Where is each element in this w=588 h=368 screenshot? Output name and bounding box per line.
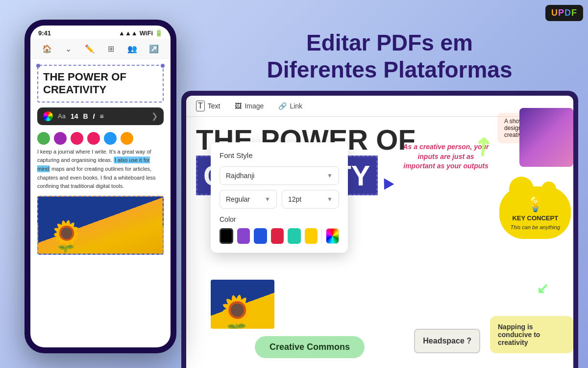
swatch-teal[interactable] [288,228,301,244]
toolbar-link-item[interactable]: 🔗 Link [278,102,302,110]
phone-content: THE POWER OF CREATIVITY Aa 14 B I ≡ ❯ [30,59,171,261]
color-green[interactable] [37,132,50,145]
font-name-select[interactable]: Rajdhanji ▼ [220,166,339,185]
swatch-black[interactable] [220,228,233,244]
bold-button[interactable]: B [83,112,88,120]
italic-button[interactable]: I [93,112,95,120]
link-label: Link [290,102,302,110]
phone-status-bar: 9:41 ▲▲▲ WiFi 🔋 [30,26,171,39]
chevron-down-icon3: ▼ [327,196,333,203]
font-label: Aa [58,112,66,120]
image-icon: 🖼 [235,102,242,110]
color-pink[interactable] [71,132,83,145]
font-size-value: 12pt [288,195,301,203]
font-size-label: 14 [71,112,78,120]
headspace-text: Headspace ? [423,337,471,345]
phone-title: THE POWER OF CREATIVITY [43,71,158,97]
phone-body-text: I keep a journal where I write. It's a g… [37,148,164,191]
header-section: Editar PDFs em Diferentes Plataformas [211,29,568,83]
color-section-label: Color [220,215,339,223]
edit-icon[interactable]: ✏️ [83,42,97,55]
swatch-purple[interactable] [237,228,250,244]
font-size-select[interactable]: 12pt ▼ [282,190,339,209]
layout-icon[interactable]: ⊞ [104,42,118,55]
highlight-text: I also use it for mind [37,157,150,172]
color-orange[interactable] [121,132,133,145]
phone-format-bar[interactable]: Aa 14 B I ≡ ❯ [37,107,164,125]
color-swatches [220,228,339,244]
font-style-panel: Font Style Rajdhanji ▼ Regular ▼ 12pt ▼ … [211,142,348,253]
chevron-down-icon: ▼ [327,172,333,179]
text-icon: T [196,101,205,111]
napping-text: Napping is conducive to creativity [498,323,540,346]
toolbar-text-item[interactable]: T Text [196,101,220,111]
font-name-value: Rajdhanji [226,172,254,180]
phone-time: 9:41 [38,29,51,37]
signal-icon: ▲▲▲ [119,29,138,37]
cursor-arrow-icon [379,178,394,192]
home-icon[interactable]: 🏠 [40,42,54,55]
phone-toolbar[interactable]: 🏠 ⌄ ✏️ ⊞ 👥 ↗️ [30,39,171,59]
phone-mockup: 9:41 ▲▲▲ WiFi 🔋 🏠 ⌄ ✏️ ⊞ 👥 ↗️ THE POWER … [24,20,176,353]
color-divider [321,229,322,243]
people-icon[interactable]: 👥 [125,42,139,55]
creative-commons-label: Creative Commons [270,342,350,352]
phone-title-box: THE POWER OF CREATIVITY [37,65,164,103]
image-label: Image [245,102,264,110]
creative-commons-button[interactable]: Creative Commons [255,336,365,358]
color-purple[interactable] [54,132,67,145]
tablet-sunflower [211,280,274,329]
key-concept-cloud: 💡 KEY CONCEPT This can be anything [499,186,571,239]
list-button[interactable]: ≡ [100,112,104,120]
text-label: Text [208,102,220,110]
chevron-down-icon2: ▼ [265,196,270,203]
headspace-box: Headspace ? [414,329,480,353]
arrow-deco-2: ↙ [537,280,549,297]
swatch-blue[interactable] [254,228,267,244]
chevron-down-icon[interactable]: ⌄ [61,42,75,55]
font-style-size-row: Regular ▼ 12pt ▼ [220,190,339,209]
phone-color-row [37,129,164,148]
color-blue[interactable] [104,132,117,145]
lightbulb-icon: 💡 [510,195,560,212]
font-panel-title: Font Style [220,151,339,159]
photo-right [519,108,573,167]
swatch-custom[interactable] [326,228,339,244]
phone-image-box [37,196,164,255]
wifi-icon: WiFi [140,29,153,37]
key-concept-label: KEY CONCEPT [510,214,560,222]
swatch-yellow[interactable] [305,228,318,244]
share-icon[interactable]: ↗️ [147,42,161,55]
napping-box: Napping is conducive to creativity [490,316,573,353]
battery-icon: 🔋 [155,29,163,37]
key-concept-section: 💡 KEY CONCEPT This can be anything [499,186,571,239]
link-icon: 🔗 [278,102,287,110]
phone-sunflower [38,197,163,254]
swatch-red[interactable] [271,228,284,244]
toolbar-image-item[interactable]: 🖼 Image [235,102,264,110]
font-style-value: Regular [226,195,250,203]
color-pink2[interactable] [87,132,100,145]
key-concept-sub: This can be anything [510,224,560,230]
font-style-select[interactable]: Regular ▼ [220,190,277,209]
header-title: Editar PDFs em Diferentes Plataformas [211,29,568,83]
color-circle-icon[interactable] [43,111,53,121]
updf-logo: UPDF [545,5,583,21]
